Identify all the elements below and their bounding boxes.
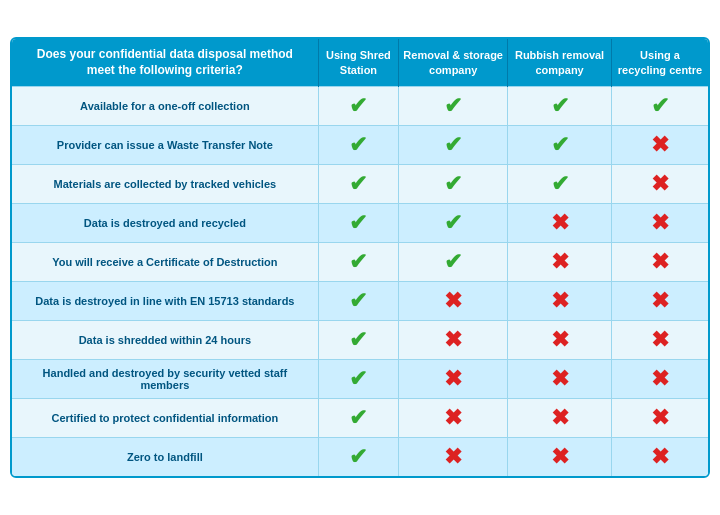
cell-removal_storage: ✔ bbox=[399, 243, 508, 282]
criteria-label: Certified to protect confidential inform… bbox=[12, 399, 318, 438]
cell-rubbish: ✖ bbox=[508, 204, 612, 243]
cell-recycling: ✖ bbox=[611, 243, 708, 282]
cell-removal_storage: ✔ bbox=[399, 165, 508, 204]
table-row: Certified to protect confidential inform… bbox=[12, 399, 708, 438]
cell-rubbish: ✔ bbox=[508, 165, 612, 204]
cell-recycling: ✖ bbox=[611, 282, 708, 321]
check-icon: ✔ bbox=[444, 210, 462, 236]
recycling-centre-header: Using a recycling centre bbox=[611, 39, 708, 87]
cross-icon: ✖ bbox=[551, 444, 569, 470]
cross-icon: ✖ bbox=[651, 171, 669, 197]
cross-icon: ✖ bbox=[551, 327, 569, 353]
check-icon: ✔ bbox=[444, 249, 462, 275]
criteria-label: Available for a one-off collection bbox=[12, 87, 318, 126]
cell-rubbish: ✔ bbox=[508, 126, 612, 165]
check-icon: ✔ bbox=[349, 210, 367, 236]
shred-station-header: Using Shred Station bbox=[318, 39, 398, 87]
check-icon: ✔ bbox=[444, 171, 462, 197]
cross-icon: ✖ bbox=[551, 288, 569, 314]
rubbish-removal-header: Rubbish removal company bbox=[508, 39, 612, 87]
criteria-label: Data is shredded within 24 hours bbox=[12, 321, 318, 360]
cell-rubbish: ✖ bbox=[508, 399, 612, 438]
cell-recycling: ✖ bbox=[611, 321, 708, 360]
criteria-label: Materials are collected by tracked vehic… bbox=[12, 165, 318, 204]
check-icon: ✔ bbox=[349, 405, 367, 431]
table-row: Materials are collected by tracked vehic… bbox=[12, 165, 708, 204]
cross-icon: ✖ bbox=[551, 366, 569, 392]
cell-removal_storage: ✔ bbox=[399, 87, 508, 126]
check-icon: ✔ bbox=[551, 171, 569, 197]
cell-recycling: ✔ bbox=[611, 87, 708, 126]
cell-rubbish: ✖ bbox=[508, 243, 612, 282]
cross-icon: ✖ bbox=[651, 444, 669, 470]
cell-shred: ✔ bbox=[318, 87, 398, 126]
criteria-label: You will receive a Certificate of Destru… bbox=[12, 243, 318, 282]
table-row: Provider can issue a Waste Transfer Note… bbox=[12, 126, 708, 165]
cross-icon: ✖ bbox=[651, 249, 669, 275]
check-icon: ✔ bbox=[551, 132, 569, 158]
comparison-table: Does your confidential data disposal met… bbox=[10, 37, 710, 478]
cross-icon: ✖ bbox=[551, 405, 569, 431]
table-row: You will receive a Certificate of Destru… bbox=[12, 243, 708, 282]
cell-rubbish: ✖ bbox=[508, 360, 612, 399]
cell-recycling: ✖ bbox=[611, 204, 708, 243]
removal-storage-header: Removal & storage company bbox=[399, 39, 508, 87]
check-icon: ✔ bbox=[349, 171, 367, 197]
cell-rubbish: ✖ bbox=[508, 321, 612, 360]
cross-icon: ✖ bbox=[444, 366, 462, 392]
table-row: Data is destroyed in line with EN 15713 … bbox=[12, 282, 708, 321]
check-icon: ✔ bbox=[444, 132, 462, 158]
cross-icon: ✖ bbox=[444, 405, 462, 431]
criteria-label: Handled and destroyed by security vetted… bbox=[12, 360, 318, 399]
check-icon: ✔ bbox=[651, 93, 669, 119]
cell-shred: ✔ bbox=[318, 360, 398, 399]
criteria-label: Provider can issue a Waste Transfer Note bbox=[12, 126, 318, 165]
check-icon: ✔ bbox=[349, 366, 367, 392]
check-icon: ✔ bbox=[349, 327, 367, 353]
cell-shred: ✔ bbox=[318, 243, 398, 282]
cell-recycling: ✖ bbox=[611, 438, 708, 477]
criteria-label: Data is destroyed and recycled bbox=[12, 204, 318, 243]
cell-removal_storage: ✖ bbox=[399, 399, 508, 438]
cross-icon: ✖ bbox=[444, 444, 462, 470]
cross-icon: ✖ bbox=[651, 366, 669, 392]
cell-rubbish: ✖ bbox=[508, 438, 612, 477]
check-icon: ✔ bbox=[349, 249, 367, 275]
cell-shred: ✔ bbox=[318, 126, 398, 165]
table-row: Data is destroyed and recycled✔✔✖✖ bbox=[12, 204, 708, 243]
criteria-label: Data is destroyed in line with EN 15713 … bbox=[12, 282, 318, 321]
cross-icon: ✖ bbox=[444, 327, 462, 353]
cell-shred: ✔ bbox=[318, 399, 398, 438]
cell-shred: ✔ bbox=[318, 438, 398, 477]
cell-rubbish: ✔ bbox=[508, 87, 612, 126]
cross-icon: ✖ bbox=[551, 249, 569, 275]
cross-icon: ✖ bbox=[651, 210, 669, 236]
question-header: Does your confidential data disposal met… bbox=[12, 39, 318, 87]
cell-recycling: ✖ bbox=[611, 165, 708, 204]
cell-removal_storage: ✖ bbox=[399, 438, 508, 477]
cross-icon: ✖ bbox=[444, 288, 462, 314]
criteria-label: Zero to landfill bbox=[12, 438, 318, 477]
check-icon: ✔ bbox=[349, 93, 367, 119]
check-icon: ✔ bbox=[444, 93, 462, 119]
cell-shred: ✔ bbox=[318, 282, 398, 321]
table-row: Zero to landfill✔✖✖✖ bbox=[12, 438, 708, 477]
table-row: Handled and destroyed by security vetted… bbox=[12, 360, 708, 399]
cell-rubbish: ✖ bbox=[508, 282, 612, 321]
cell-removal_storage: ✖ bbox=[399, 282, 508, 321]
check-icon: ✔ bbox=[551, 93, 569, 119]
cell-recycling: ✖ bbox=[611, 126, 708, 165]
table-row: Data is shredded within 24 hours✔✖✖✖ bbox=[12, 321, 708, 360]
cell-shred: ✔ bbox=[318, 321, 398, 360]
cell-removal_storage: ✔ bbox=[399, 126, 508, 165]
cross-icon: ✖ bbox=[651, 405, 669, 431]
cell-removal_storage: ✖ bbox=[399, 321, 508, 360]
cross-icon: ✖ bbox=[651, 327, 669, 353]
table-row: Available for a one-off collection✔✔✔✔ bbox=[12, 87, 708, 126]
check-icon: ✔ bbox=[349, 444, 367, 470]
cross-icon: ✖ bbox=[651, 288, 669, 314]
check-icon: ✔ bbox=[349, 132, 367, 158]
cell-shred: ✔ bbox=[318, 165, 398, 204]
cell-shred: ✔ bbox=[318, 204, 398, 243]
cross-icon: ✖ bbox=[551, 210, 569, 236]
